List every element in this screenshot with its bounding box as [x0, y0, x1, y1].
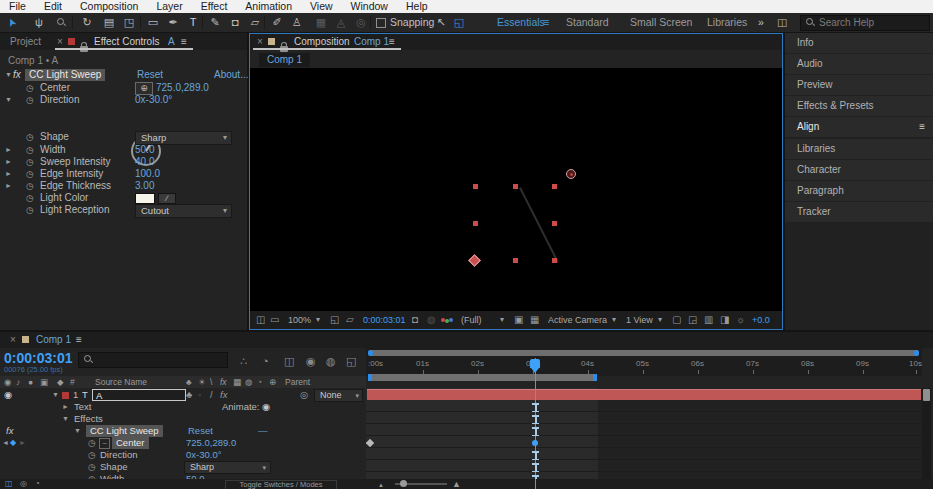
timeline-vertical-scrollbar[interactable]	[922, 388, 931, 479]
workspace-overflow-chevron[interactable]: »	[758, 13, 764, 32]
workspace-tab-small-screen[interactable]: Small Screen	[630, 13, 692, 32]
collapse-switch-icon[interactable]: ◦	[198, 389, 201, 401]
keyframe-indicator-icon[interactable]: ◆	[10, 437, 16, 449]
audio-column-icon[interactable]: ♪	[16, 376, 20, 388]
shape-property-row[interactable]: ◷ Shape Sharp▾	[0, 461, 366, 473]
selection-handle[interactable]	[552, 184, 557, 189]
lock-column-icon[interactable]: ▣	[40, 376, 48, 388]
panel-tab-info[interactable]: Info	[785, 33, 933, 53]
center-value[interactable]: 725.0,289.0	[156, 82, 209, 94]
panel-tab-character[interactable]: Character	[785, 160, 933, 180]
eraser-tool-icon[interactable]: ▱	[246, 13, 264, 32]
draft-3d-icon[interactable]: ◔	[262, 355, 269, 367]
shape-tool-icon[interactable]: ▭	[144, 13, 162, 32]
center-label[interactable]: Center	[112, 437, 149, 449]
panel-tab-tracker[interactable]: Tracker	[785, 202, 933, 222]
workspace-menu-icon[interactable]: ≡	[543, 13, 549, 32]
tab-project[interactable]: Project	[10, 33, 41, 50]
menu-view[interactable]: View	[301, 0, 342, 13]
solo-column-icon[interactable]: ●	[28, 376, 33, 388]
snap-frame-icon[interactable]: ◱	[450, 13, 468, 32]
direction-value[interactable]: 0x-30.0°	[135, 94, 172, 106]
stopwatch-icon[interactable]: ◷	[26, 94, 34, 106]
shy-switch-icon[interactable]: ♣	[186, 376, 192, 388]
timeline-search-box[interactable]	[78, 352, 228, 368]
expand-icon[interactable]: ►	[5, 156, 12, 168]
brush-tool-icon[interactable]: ✎	[206, 13, 224, 32]
pixel-aspect-icon[interactable]: ▢	[672, 311, 681, 329]
magnification-value[interactable]: 100%	[288, 311, 311, 329]
channels-icon[interactable]	[441, 318, 455, 323]
timeline-zoom-knob[interactable]	[400, 480, 407, 487]
edge-intensity-value[interactable]: 100.0	[135, 168, 160, 180]
reset-link[interactable]: Reset	[137, 69, 163, 81]
pick-whip-icon[interactable]: ◎	[300, 389, 308, 401]
comp-flowchart-icon[interactable]: ∴	[240, 355, 247, 368]
pan-behind-tool-icon[interactable]: ◳	[120, 13, 138, 32]
panel-menu-icon[interactable]: ≡	[919, 117, 925, 137]
close-icon[interactable]: ×	[10, 332, 16, 348]
workspace-tab-essentials[interactable]: Essentials	[497, 13, 545, 32]
workspace-tab-libraries[interactable]: Libraries	[707, 13, 747, 32]
stopwatch-icon[interactable]: ◷	[26, 204, 34, 216]
selection-handle[interactable]	[552, 221, 557, 226]
flowchart-button-icon[interactable]: ◨	[720, 311, 729, 329]
menu-edit[interactable]: Edit	[35, 0, 71, 13]
roto-brush-tool-icon[interactable]: ✐	[268, 13, 286, 32]
about-link[interactable]: About...	[214, 69, 248, 81]
effect-center-point[interactable]	[566, 169, 576, 179]
current-time-field[interactable]: 0:00:03:01	[4, 350, 73, 366]
zoom-in-mountain-icon[interactable]: ▲	[452, 479, 461, 489]
stopwatch-icon[interactable]: ◷	[26, 180, 34, 192]
animate-button-icon[interactable]: ◉	[262, 401, 270, 413]
prev-keyframe-icon[interactable]: ◄	[2, 437, 9, 449]
always-preview-icon[interactable]: ◫	[256, 311, 265, 329]
pen-tool-icon[interactable]: ✒	[164, 13, 182, 32]
reset-link[interactable]: Reset	[188, 425, 213, 437]
motion-blur-icon[interactable]: ◉	[306, 355, 316, 368]
direction-property-row[interactable]: ◷ Direction 0x-30.0°	[0, 449, 366, 461]
current-keyframe-dot[interactable]	[532, 440, 538, 446]
exposure-reset-icon[interactable]: ☼	[736, 311, 745, 329]
snapping-checkbox[interactable]	[376, 18, 386, 28]
menu-help[interactable]: Help	[397, 0, 437, 13]
camera-view-value[interactable]: Active Camera	[548, 311, 607, 329]
motion-blur-switch-icon[interactable]: ◍	[245, 376, 252, 388]
expand-modes-icon[interactable]: ◎	[20, 479, 27, 489]
graph-icon[interactable]: ~	[99, 438, 110, 449]
center-property-row[interactable]: ◄ ◆ ► ◷ ~ Center 725.0,289.0	[0, 437, 366, 449]
expand-icon[interactable]: ►	[62, 401, 69, 413]
text-group-row[interactable]: ► Text Animate: ◉	[0, 401, 366, 413]
effect-row[interactable]: fx ▼ CC Light Sweep Reset —	[0, 425, 366, 437]
snap-arrow-icon[interactable]: ↖	[432, 13, 450, 32]
parent-column[interactable]: Parent	[285, 376, 310, 388]
layer-name-field[interactable]: A	[92, 389, 186, 401]
selection-handle[interactable]	[473, 184, 478, 189]
sweep-intensity-value[interactable]: 40.0	[135, 156, 154, 168]
threed-switch-icon[interactable]: ⊕	[269, 376, 276, 388]
current-time-display[interactable]: 0:00:03:01	[363, 311, 406, 329]
fx-switch-icon[interactable]: fx	[220, 376, 227, 388]
expand-icon[interactable]: ▼	[62, 413, 69, 425]
primary-viewer-icon[interactable]: ▭	[270, 311, 279, 329]
panel-tab-paragraph[interactable]: Paragraph	[785, 181, 933, 201]
layer-expand-icon[interactable]: ▼	[52, 389, 59, 401]
chevron-down-icon[interactable]: ▾	[316, 311, 320, 329]
work-area-bar[interactable]	[368, 374, 597, 381]
expand-icon[interactable]: ►	[5, 180, 12, 192]
direction-value[interactable]: 0x-30.0°	[186, 449, 222, 461]
camera-tool-icon[interactable]: ▤	[100, 13, 118, 32]
source-name-column[interactable]: Source Name	[95, 376, 147, 388]
edge-thickness-value[interactable]: 3.00	[135, 180, 154, 192]
timeline-track-area[interactable]: Activate Windows Go to PC settings to ac…	[366, 388, 922, 479]
stopwatch-icon[interactable]: ◷	[26, 156, 34, 168]
effect-name[interactable]: CC Light Sweep	[25, 69, 105, 81]
chevron-down-icon[interactable]: ▾	[500, 311, 504, 329]
stopwatch-icon[interactable]: ◷	[26, 131, 34, 143]
expand-icon[interactable]: ▼	[74, 425, 81, 437]
panel-tab-align[interactable]: Align≡	[785, 117, 933, 137]
center-value[interactable]: 725.0,289.0	[186, 437, 236, 449]
hand-tool-icon[interactable]: ψ	[30, 13, 48, 32]
guides-icon[interactable]: ◱	[330, 311, 339, 329]
eye-column-icon[interactable]: ◉	[4, 376, 11, 388]
